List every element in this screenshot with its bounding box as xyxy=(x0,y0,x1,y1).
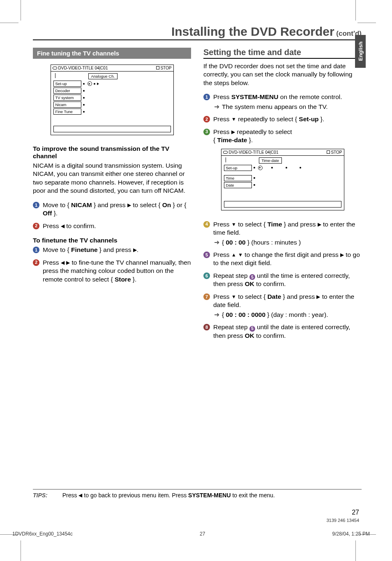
osd-row: Time xyxy=(224,175,341,182)
osd-footer-bar xyxy=(53,126,171,132)
subheading-finetune: To finetune the TV channels xyxy=(33,237,191,244)
left-triangle-icon: ◀ xyxy=(61,223,65,230)
step-nicam-2: 2 Press ◀ to confirm. xyxy=(33,222,191,230)
step-finetune-1: 1 Move to { Finetune } and press ▶. xyxy=(33,246,191,254)
section-heading-timedate: Setting the time and date xyxy=(203,48,362,59)
osd-status-right: STOP xyxy=(327,150,342,155)
arrow-right-icon xyxy=(97,83,99,85)
step-td-7: 7 Press ▼ to select { Date } and press ▶… xyxy=(203,293,362,319)
right-triangle-icon: ▶ xyxy=(127,202,131,209)
step-badge-2: 2 xyxy=(203,116,210,122)
right-column: Setting the time and date If the DVD rec… xyxy=(203,48,362,344)
step-td-8: 8 Repeat step 5 until the date is entere… xyxy=(203,323,362,340)
result-arrow-icon: ➜ xyxy=(214,103,219,111)
tips-label: TIPS: xyxy=(33,492,48,499)
osd-item: TV system xyxy=(53,95,81,101)
crop-mark xyxy=(357,23,376,23)
step-badge-8: 8 xyxy=(203,324,210,330)
step-badge-7: 7 xyxy=(203,293,210,300)
osd-item: Date xyxy=(224,182,252,188)
osd-item: Nicam xyxy=(53,102,81,108)
osd-row: Decoder xyxy=(53,87,171,94)
step-td-1: 1 Press SYSTEM-MENU on the remote contro… xyxy=(203,93,362,111)
osd-item: Time xyxy=(224,175,252,181)
right-triangle-icon: ▶ xyxy=(133,247,137,254)
step-badge-5: 5 xyxy=(203,252,210,258)
crop-mark xyxy=(355,540,356,561)
crop-mark xyxy=(355,0,356,21)
crop-mark xyxy=(21,540,21,561)
stop-icon xyxy=(156,66,159,69)
osd-row: Date xyxy=(224,182,341,189)
osd-row: Fine Tune xyxy=(53,108,171,115)
disc-icon xyxy=(223,151,228,154)
down-triangle-icon: ▼ xyxy=(231,294,236,300)
right-triangle-icon: ▶ xyxy=(318,222,321,228)
osd-time-date: DVD-VIDEO-TITLE 04|C01 STOP Time-date Se… xyxy=(221,149,344,210)
step-badge-1: 1 xyxy=(33,247,39,253)
tips-row: TIPS: Press ◀ to go back to previous men… xyxy=(33,489,362,499)
osd-row: TV system xyxy=(53,94,171,101)
osd-stub xyxy=(226,157,226,162)
crop-mark xyxy=(0,23,18,23)
osd-item: Fine Tune xyxy=(53,109,81,115)
step-badge-1: 1 xyxy=(33,202,39,208)
osd-row: Set-up xyxy=(53,80,171,87)
down-triangle-icon: ▼ xyxy=(231,116,236,123)
right-triangle-icon: ▶ xyxy=(231,129,235,136)
page-title-row: Installing the DVD Recorder (cont'd) xyxy=(33,25,362,40)
result-arrow-icon: ➜ xyxy=(214,238,219,247)
right-triangle-icon: ▶ xyxy=(66,260,70,266)
print-footer: 1DVDR6xx_Eng00_13454c 27 9/28/04, 1:25 P… xyxy=(12,531,370,537)
step-td-6: 6 Repeat step 5 until the time is entere… xyxy=(203,272,362,289)
page-number: 27 xyxy=(352,509,359,516)
step-finetune-2: 2 Press ◀ ▶ to fine-tune the TV channel … xyxy=(33,259,191,284)
result-arrow-icon: ➜ xyxy=(214,311,219,319)
step-nicam-1: 1 Move to { NICAM } and press ▶ to selec… xyxy=(33,201,191,218)
osd-analogue-ch: DVD-VIDEO-TITLE 04|C01 STOP Analogue Ch.… xyxy=(51,65,174,135)
osd-status-bar: DVD-VIDEO-TITLE 04|C01 STOP xyxy=(221,149,344,156)
step-badge-2: 2 xyxy=(33,259,39,266)
osd-row: Nicam xyxy=(53,101,171,108)
crop-mark xyxy=(21,0,21,21)
title-main: Installing the DVD Recorder xyxy=(171,25,334,38)
left-column: Fine tuning the TV channels DVD-VIDEO-TI… xyxy=(33,48,191,344)
down-triangle-icon: ▼ xyxy=(231,222,236,228)
inline-badge-5: 5 xyxy=(249,274,255,280)
osd-status-right: STOP xyxy=(156,66,171,70)
inline-badge-5: 5 xyxy=(249,326,255,332)
up-triangle-icon: ▲ xyxy=(231,252,236,259)
step-td-5: 5 Press ▲ ▼ to change the first digit an… xyxy=(203,251,362,268)
language-tab: English xyxy=(355,35,366,68)
step-badge-6: 6 xyxy=(203,272,210,279)
step-td-4: 4 Press ▼ to select { Time } and press ▶… xyxy=(203,220,362,247)
right-triangle-icon: ▶ xyxy=(340,252,344,259)
step-badge-4: 4 xyxy=(203,221,210,228)
step-badge-3: 3 xyxy=(203,129,210,135)
stop-icon xyxy=(327,150,330,154)
step-badge-2: 2 xyxy=(33,223,39,229)
osd-breadcrumb: Analogue Ch. xyxy=(88,73,118,79)
section-bar-finetune: Fine tuning the TV channels xyxy=(33,48,191,59)
tips-text: Press ◀ to go back to previous menu item… xyxy=(62,492,275,499)
down-triangle-icon: ▼ xyxy=(238,252,243,259)
part-number: 3139 246 13454 xyxy=(326,518,359,523)
osd-status-left: DVD-VIDEO-TITLE 04|C01 xyxy=(223,150,279,155)
footer-filename: 1DVDR6xx_Eng00_13454c xyxy=(12,531,73,537)
paragraph-nicam: NICAM is a digital sound transmission sy… xyxy=(33,162,191,195)
subheading-sound: To improve the sound transmission of the… xyxy=(33,145,191,160)
step-td-2: 2 Press ▼ repeatedly to select { Set-up … xyxy=(203,115,362,123)
step-badge-1: 1 xyxy=(203,94,210,100)
osd-item: Set-up xyxy=(53,81,81,87)
osd-status-left: DVD-VIDEO-TITLE 04|C01 xyxy=(53,66,108,70)
osd-item: Set-up xyxy=(224,165,252,171)
step-td-3: 3 Press ▶ repeatedly to select { Time-da… xyxy=(203,128,362,145)
osd-breadcrumb: Time-date xyxy=(259,157,282,164)
footer-datetime: 9/28/04, 1:25 PM xyxy=(332,531,370,537)
osd-row: Set-up xyxy=(224,164,341,171)
selection-icon xyxy=(258,166,263,170)
osd-status-bar: DVD-VIDEO-TITLE 04|C01 STOP xyxy=(51,65,173,72)
osd-item: Decoder xyxy=(53,88,81,94)
paragraph-intro: If the DVD recorder does not set the tim… xyxy=(203,62,362,87)
osd-stub xyxy=(55,73,55,78)
